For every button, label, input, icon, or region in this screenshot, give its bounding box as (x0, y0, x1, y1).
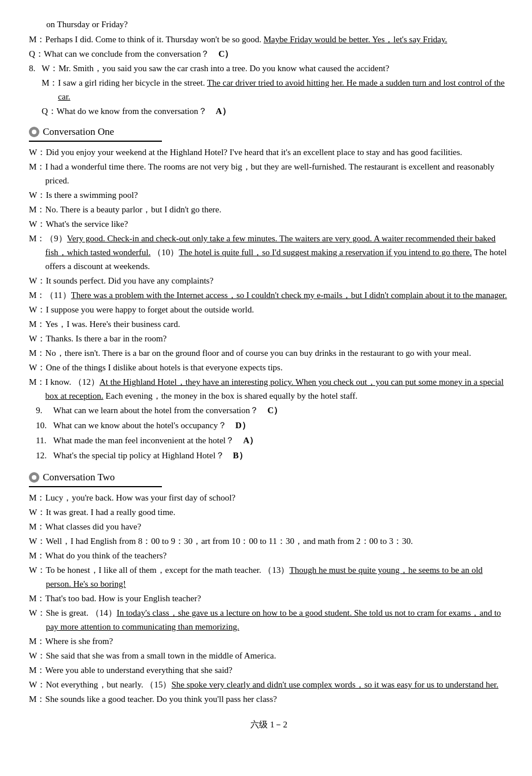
dialog-text: I saw a girl riding her bicycle in the s… (58, 76, 509, 104)
conv2-line-4: W： Well，I had English from 8：00 to 9：30，… (29, 534, 509, 548)
conv2-line-7: M： That's too bad. How is your English t… (29, 591, 509, 605)
conv2-line-6: W： To be honest，I like all of them，excep… (29, 563, 509, 591)
question-12: 12. What's the special tip policy at Hig… (29, 448, 509, 462)
conv1-line-9: W： I suppose you were happy to forget ab… (29, 303, 509, 317)
conv2-line-9: M： Where is she from? (29, 634, 509, 648)
intro-line-q2: Q： What do we know from the conversation… (29, 104, 509, 118)
conv2-line-5: M： What do you think of the teachers? (29, 549, 509, 562)
dialog-text: What do we know from the conversation？ A… (57, 104, 509, 118)
intro-line-m1: M： Perhaps I did. Come to think of it. T… (29, 32, 509, 46)
conv1-line-3: W： Is there a swimming pool? (29, 188, 509, 202)
conv1-line-8: M： （11）There was a problem with the Inte… (29, 288, 509, 302)
conv1-line-6: M： （9）Very good. Check-in and check-out … (29, 231, 509, 273)
speaker-q: Q： (29, 47, 44, 61)
conv2-line-2: W： It was great. I had a really good tim… (29, 505, 509, 519)
question-9: 9. What can we learn about the hotel fro… (29, 403, 509, 417)
conversation-two-title: Conversation Two (43, 469, 115, 485)
conversation-one-header: Conversation One (29, 124, 162, 142)
intro-line-8: 8. W： Mr. Smith，you said you saw the car… (29, 61, 509, 75)
conv1-line-4: M： No. There is a beauty parlor，but I di… (29, 203, 509, 216)
conv2-line-11: M： Were you able to understand everythin… (29, 663, 509, 677)
question-10: 10. What can we know about the hotel's o… (29, 418, 509, 432)
conv1-line-10: M： Yes，I was. Here's their business card… (29, 317, 509, 331)
intro-section: on Thursday or Friday? M： Perhaps I did.… (29, 17, 509, 118)
conv1-line-1: W： Did you enjoy your weekend at the Hig… (29, 145, 509, 159)
conv2-line-1: M： Lucy，you're back. How was your first … (29, 491, 509, 505)
conv2-line-13: M： She sounds like a good teacher. Do yo… (29, 692, 509, 706)
conv2-line-12: W： Not everything，but nearly. （15）She sp… (29, 678, 509, 692)
conversation-one-title: Conversation One (43, 124, 114, 139)
conv1-questions: 9. What can we learn about the hotel fro… (29, 403, 509, 462)
speaker-m: M： (29, 32, 45, 46)
question-11: 11. What made the man feel inconvenient … (29, 433, 509, 447)
conversation-two-body: M： Lucy，you're back. How was your first … (29, 491, 509, 706)
conv1-line-11: W： Thanks. Is there a bar in the room? (29, 332, 509, 345)
dialog-text: Perhaps I did. Come to think of it. Thur… (45, 32, 509, 46)
intro-line-1: on Thursday or Friday? (29, 17, 509, 31)
intro-line-q1: Q： What can we conclude from the convers… (29, 47, 509, 61)
conv1-line-13: W： One of the things I dislike about hot… (29, 361, 509, 374)
conv2-line-3: M： What classes did you have? (29, 520, 509, 534)
dialog-text: What can we conclude from the conversati… (44, 47, 509, 61)
section-dot-icon (29, 127, 39, 137)
page-footer: 六级 1－2 (29, 718, 509, 731)
conv1-line-14: M： I know. （12）At the Highland Hotel，the… (29, 375, 509, 403)
conv1-line-5: W： What's the service like? (29, 217, 509, 231)
intro-line-m2: M： I saw a girl riding her bicycle in th… (29, 76, 509, 104)
conv2-line-8: W： She is great. （14）In today's class，sh… (29, 606, 509, 634)
footer-text: 六级 1－2 (250, 720, 287, 729)
conv2-line-10: W： She said that she was from a small to… (29, 649, 509, 663)
conversation-two-header: Conversation Two (29, 469, 162, 487)
section-dot-icon-2 (29, 472, 39, 483)
conv1-line-2: M： I had a wonderful time there. The roo… (29, 160, 509, 187)
dialog-text: Mr. Smith，you said you saw the car crash… (58, 61, 509, 75)
conv1-line-7: W： It sounds perfect. Did you have any c… (29, 274, 509, 288)
conv1-line-12: M： No，there isn't. There is a bar on the… (29, 346, 509, 360)
conversation-one-body: W： Did you enjoy your weekend at the Hig… (29, 145, 509, 403)
